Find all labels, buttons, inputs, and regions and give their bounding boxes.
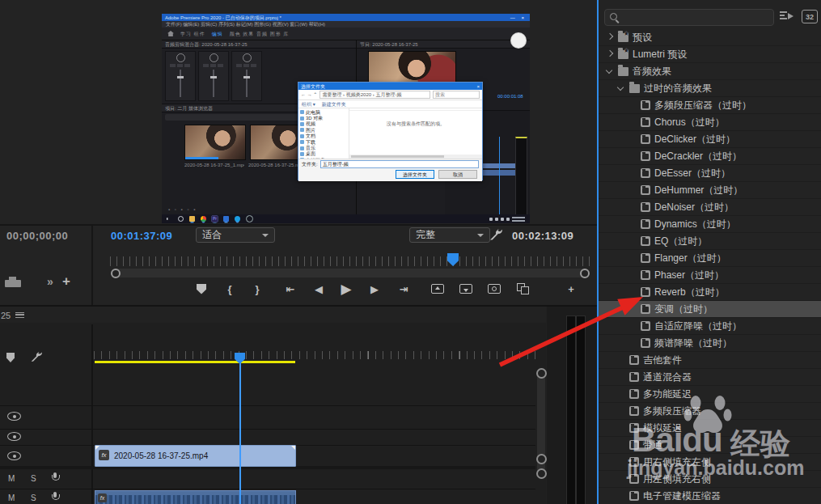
go-to-out-button[interactable]: ⇥ xyxy=(396,278,412,299)
effect-tree-item[interactable]: Flanger（过时） xyxy=(599,250,821,267)
effect-tree-item[interactable]: DeEsser（过时） xyxy=(599,165,821,182)
extract-button[interactable] xyxy=(458,278,474,299)
scrollbar-handle[interactable] xyxy=(536,454,547,464)
chevron-icon[interactable] xyxy=(627,202,637,212)
program-position-timecode[interactable]: 00:01:37:09 xyxy=(111,230,172,242)
track-v3-visibility-eye-icon[interactable] xyxy=(7,412,21,421)
effect-tree-item[interactable]: EQ（过时） xyxy=(599,233,821,250)
accelerated-effects-filter-icon[interactable] xyxy=(779,10,795,23)
effect-tree-item[interactable]: Chorus（过时） xyxy=(599,114,821,131)
program-mini-timeline[interactable] xyxy=(110,256,590,266)
effects-search-input[interactable] xyxy=(604,9,774,26)
chevron-icon[interactable] xyxy=(627,134,637,144)
effect-tree-item[interactable]: 用右侧填充左侧 xyxy=(599,454,821,471)
chevron-icon[interactable] xyxy=(627,117,637,127)
chevron-icon[interactable] xyxy=(627,219,637,229)
chevron-icon[interactable] xyxy=(604,32,614,42)
chevron-icon[interactable] xyxy=(627,100,637,110)
32bit-effects-filter-icon[interactable]: 32 xyxy=(802,10,818,23)
mark-in-button[interactable]: { xyxy=(222,278,238,299)
chevron-icon[interactable] xyxy=(627,253,637,263)
chevron-icon[interactable] xyxy=(627,338,637,348)
effect-item-pitch-shift-obsolete-button[interactable]: 变调（过时） xyxy=(599,301,821,318)
chevron-icon[interactable] xyxy=(616,440,625,450)
effect-tree-item[interactable]: 预设 xyxy=(599,29,821,46)
zoom-level-select[interactable]: 适合 xyxy=(196,227,275,243)
effect-tree-item[interactable]: 音频效果 xyxy=(599,63,821,80)
effect-tree-item[interactable]: 电子管建模压缩器 xyxy=(599,488,821,504)
chevron-icon[interactable] xyxy=(627,287,637,297)
chevron-icon[interactable] xyxy=(627,151,637,161)
chevron-icon[interactable] xyxy=(616,406,625,416)
chevron-icon[interactable] xyxy=(627,168,637,178)
chevron-icon[interactable] xyxy=(616,491,625,501)
track-v1-visibility-eye-icon[interactable] xyxy=(7,451,21,460)
comparison-view-button[interactable] xyxy=(514,278,531,299)
mark-out-button[interactable]: } xyxy=(249,278,265,299)
chevron-icon[interactable] xyxy=(616,474,625,484)
program-zoom-scrollbar[interactable] xyxy=(111,269,590,277)
button-editor-button[interactable]: + xyxy=(563,278,579,299)
chevron-icon[interactable] xyxy=(616,355,625,365)
panel-menu-icon[interactable] xyxy=(15,312,24,318)
effect-tree-item[interactable]: 频谱降噪（过时） xyxy=(599,335,821,352)
go-to-in-button[interactable]: ⇤ xyxy=(282,278,298,299)
play-button[interactable]: ▶ xyxy=(338,278,354,299)
effect-tree-item[interactable]: 用左侧填充右侧 xyxy=(599,471,821,488)
track-a1-mute-button[interactable]: M xyxy=(8,474,15,483)
effect-tree-item[interactable]: 模拟延迟 xyxy=(599,420,821,437)
chevron-icon[interactable] xyxy=(616,83,625,93)
sequence-tab[interactable]: 25 xyxy=(1,311,11,320)
effect-tree-item[interactable]: DeNoiser（过时） xyxy=(599,199,821,216)
video-clip[interactable]: fx 2020-05-28 16-37-25.mp4 xyxy=(95,445,296,467)
chevron-icon[interactable] xyxy=(627,321,637,331)
work-area-bar[interactable] xyxy=(95,361,295,363)
effect-tree-item[interactable]: DeCrackler（过时） xyxy=(599,148,821,165)
track-v2-visibility-eye-icon[interactable] xyxy=(7,432,21,441)
export-frame-button[interactable] xyxy=(486,278,502,299)
chevron-icon[interactable] xyxy=(604,49,614,59)
timeline-settings-wrench-icon[interactable] xyxy=(29,350,42,363)
effect-tree-item[interactable]: DeHummer（过时） xyxy=(599,182,821,199)
effect-tree-item[interactable]: 多频段压缩器 xyxy=(599,403,821,420)
lift-button[interactable] xyxy=(430,278,446,299)
ruler-ticks[interactable] xyxy=(94,351,535,359)
effect-tree-item[interactable]: Lumetri 预设 xyxy=(599,46,821,63)
chevron-icon[interactable] xyxy=(627,185,637,195)
chevron-icon[interactable] xyxy=(616,457,625,467)
effect-tree-item[interactable]: Reverb（过时） xyxy=(599,284,821,301)
settings-wrench-icon[interactable] xyxy=(488,227,502,242)
effect-tree-item[interactable]: Dynamics（过时） xyxy=(599,216,821,233)
scrollbar-handle[interactable] xyxy=(536,468,547,479)
add-marker-icon[interactable] xyxy=(6,353,15,362)
track-a1-solo-button[interactable]: S xyxy=(31,474,36,483)
effect-tree-item[interactable]: 过时的音频效果 xyxy=(599,80,821,97)
effect-tree-item[interactable]: 吉他套件 xyxy=(599,352,821,369)
effect-tree-item[interactable]: DeClicker（过时） xyxy=(599,131,821,148)
step-forward-button[interactable]: ▶ xyxy=(366,278,383,299)
chevron-icon[interactable] xyxy=(616,423,625,433)
scrollbar-handle[interactable] xyxy=(536,368,547,379)
close-icon: × xyxy=(476,84,480,89)
track-a2-record-mic-icon[interactable] xyxy=(50,492,60,502)
effect-tree-item[interactable]: 带通 xyxy=(599,437,821,454)
audio-clip[interactable]: fx xyxy=(95,490,296,504)
chevron-icon[interactable] xyxy=(616,372,625,382)
chevron-icon[interactable] xyxy=(627,304,637,314)
effect-tree-item[interactable]: Phaser（过时） xyxy=(599,267,821,284)
track-a1-record-mic-icon[interactable] xyxy=(50,472,60,483)
chevron-icon[interactable] xyxy=(627,236,637,246)
chevron-icon[interactable] xyxy=(604,66,614,76)
effect-tree-item[interactable]: 多频段压缩器（过时） xyxy=(599,97,821,114)
chevron-icon[interactable] xyxy=(616,389,625,399)
chevron-icon[interactable] xyxy=(627,270,637,280)
playback-resolution-select[interactable]: 完整 xyxy=(409,227,490,243)
track-a2-mute-button[interactable]: M xyxy=(8,493,15,502)
effect-tree-item[interactable]: 自适应降噪（过时） xyxy=(599,318,821,335)
step-back-button[interactable]: ◀ xyxy=(311,278,327,299)
effect-tree-item[interactable]: 多功能延迟 xyxy=(599,386,821,403)
add-marker-button[interactable] xyxy=(193,278,209,299)
timeline-ruler[interactable] xyxy=(0,341,546,350)
effect-tree-item[interactable]: 通道混合器 xyxy=(599,369,821,386)
track-a2-solo-button[interactable]: S xyxy=(31,493,36,502)
